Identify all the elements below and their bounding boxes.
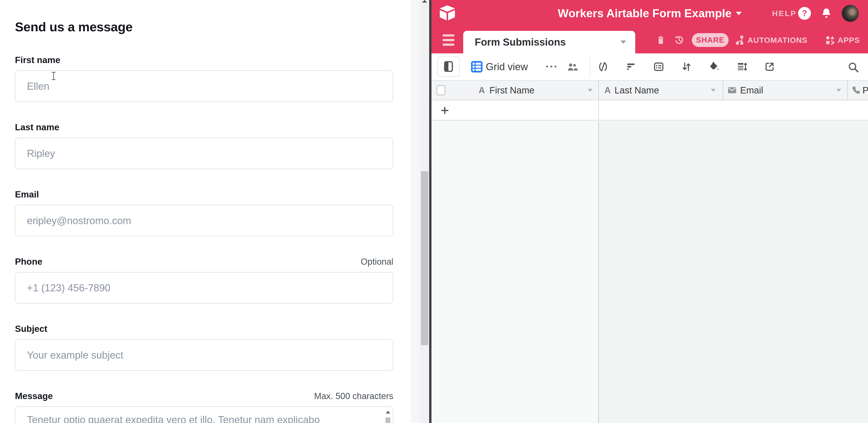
table-tab-label: Form Submissions bbox=[475, 36, 621, 48]
field-first-name: First name bbox=[15, 55, 393, 102]
first-name-input[interactable] bbox=[15, 70, 393, 102]
field-type-email-icon bbox=[727, 81, 737, 100]
grid-body-scroll-area bbox=[599, 121, 868, 423]
airtable-logo-icon[interactable] bbox=[438, 5, 456, 22]
view-name[interactable]: Grid view bbox=[486, 53, 528, 80]
phone-hint: Optional bbox=[361, 257, 393, 267]
field-type-text-icon: A bbox=[604, 81, 611, 100]
view-sidebar-toggle-button[interactable] bbox=[437, 56, 460, 77]
hamburger-menu-icon[interactable] bbox=[442, 34, 455, 46]
collaborators-icon[interactable] bbox=[567, 61, 578, 73]
airtable-window: Workers Airtable Form Example HELP ? For… bbox=[431, 0, 868, 423]
search-icon[interactable] bbox=[847, 61, 859, 73]
help-question-icon[interactable]: ? bbox=[798, 7, 811, 20]
history-button[interactable] bbox=[674, 27, 685, 53]
chevron-down-icon bbox=[621, 40, 626, 44]
message-scrollbar-thumb[interactable] bbox=[385, 418, 390, 423]
column-divider[interactable] bbox=[847, 81, 848, 100]
field-email: Email bbox=[15, 189, 393, 236]
hide-fields-icon[interactable] bbox=[597, 61, 609, 72]
column-menu-caret-icon[interactable] bbox=[836, 89, 841, 92]
message-textarea[interactable]: Tenetur optio quaerat expedita vero et i… bbox=[15, 406, 393, 423]
form-title: Send us a message bbox=[15, 19, 393, 34]
field-message: Message Max. 500 characters Tenetur opti… bbox=[15, 391, 393, 423]
message-label: Message bbox=[15, 391, 53, 401]
scrollbar-up-arrow-icon[interactable] bbox=[422, 0, 427, 3]
base-title[interactable]: Workers Airtable Form Example bbox=[558, 7, 732, 20]
email-input[interactable] bbox=[15, 205, 393, 236]
toolbar-divider bbox=[590, 58, 590, 75]
window-divider bbox=[429, 0, 431, 423]
ibeam-cursor-icon bbox=[51, 72, 56, 80]
color-icon[interactable] bbox=[709, 61, 720, 72]
notifications-bell-icon[interactable] bbox=[820, 7, 833, 20]
scroll-up-arrow-icon[interactable] bbox=[386, 411, 390, 414]
select-all-checkbox[interactable] bbox=[437, 85, 445, 95]
column-menu-caret-icon[interactable] bbox=[588, 89, 593, 92]
form-window-scrollbar-thumb[interactable] bbox=[421, 171, 428, 345]
subject-label: Subject bbox=[15, 324, 48, 334]
user-avatar[interactable] bbox=[842, 5, 859, 22]
column-menu-caret-icon[interactable] bbox=[711, 89, 716, 92]
grid-body-pinned-column bbox=[431, 121, 598, 423]
field-last-name: Last name bbox=[15, 122, 393, 169]
field-type-phone-icon bbox=[851, 81, 861, 100]
grid-body bbox=[431, 121, 868, 423]
field-type-text-icon: A bbox=[478, 81, 485, 100]
column-divider bbox=[598, 100, 599, 120]
field-subject: Subject bbox=[15, 324, 393, 371]
row-height-icon[interactable] bbox=[737, 61, 747, 72]
subject-input[interactable] bbox=[15, 339, 393, 371]
share-view-icon[interactable] bbox=[764, 61, 775, 72]
tab-form-submissions[interactable]: Form Submissions bbox=[463, 31, 635, 53]
form-content: Send us a message First name Last name E… bbox=[15, 0, 393, 423]
apps-button[interactable]: APPS bbox=[825, 27, 860, 53]
message-hint: Max. 500 characters bbox=[314, 391, 393, 401]
filter-icon[interactable] bbox=[625, 61, 637, 72]
phone-input[interactable] bbox=[15, 272, 393, 304]
email-label: Email bbox=[15, 189, 39, 200]
view-toolbar: Grid view bbox=[431, 53, 868, 80]
field-phone: Phone Optional bbox=[15, 256, 393, 304]
chevron-down-icon bbox=[736, 12, 742, 15]
screen: Send us a message First name Last name E… bbox=[0, 0, 868, 423]
trash-button[interactable] bbox=[655, 27, 666, 53]
grid-header-row: A First Name A Last Name Ema bbox=[431, 80, 868, 100]
share-button[interactable]: SHARE bbox=[692, 33, 728, 47]
page-gutter bbox=[411, 0, 420, 423]
column-header-phone[interactable]: Phone bbox=[863, 81, 868, 100]
phone-label: Phone bbox=[15, 256, 42, 267]
view-options-ellipsis-icon[interactable] bbox=[545, 63, 557, 69]
apps-label: APPS bbox=[838, 36, 860, 44]
column-header-first-name[interactable]: First Name bbox=[489, 81, 534, 100]
base-title-menu[interactable]: Workers Airtable Form Example bbox=[558, 0, 742, 27]
sidebar-panel-icon bbox=[443, 60, 454, 73]
column-header-email[interactable]: Email bbox=[740, 81, 763, 100]
column-divider[interactable] bbox=[723, 81, 723, 100]
add-record-row[interactable] bbox=[431, 100, 868, 121]
last-name-input[interactable] bbox=[15, 138, 393, 169]
add-record-plus-icon[interactable] bbox=[440, 106, 450, 115]
column-header-last-name[interactable]: Last Name bbox=[615, 81, 659, 100]
first-name-label: First name bbox=[15, 55, 60, 65]
message-scrollbar[interactable] bbox=[385, 408, 391, 423]
grid-view-icon[interactable] bbox=[471, 61, 483, 72]
column-divider[interactable] bbox=[598, 81, 599, 100]
apps-icon bbox=[825, 35, 835, 46]
last-name-label: Last name bbox=[15, 122, 59, 132]
automations-button[interactable]: AUTOMATIONS bbox=[735, 27, 807, 53]
help-button[interactable]: HELP bbox=[772, 0, 797, 27]
form-window-scrollbar[interactable] bbox=[420, 0, 429, 423]
airtable-tabbar: Form Submissions SHARE bbox=[431, 27, 868, 53]
automations-label: AUTOMATIONS bbox=[747, 36, 807, 44]
automations-icon bbox=[735, 35, 745, 46]
sort-icon[interactable] bbox=[681, 61, 692, 72]
group-icon[interactable] bbox=[653, 61, 664, 72]
form-window: Send us a message First name Last name E… bbox=[0, 0, 411, 423]
airtable-topbar: Workers Airtable Form Example HELP ? bbox=[431, 0, 868, 27]
